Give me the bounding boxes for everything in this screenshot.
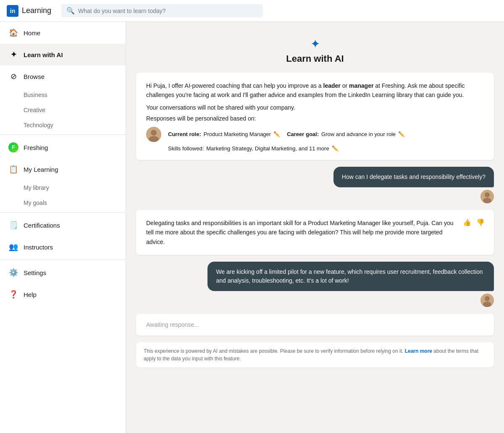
edit-current-role-icon[interactable]: ✏️ [273, 131, 280, 137]
privacy-text: Your conversations will not be shared wi… [146, 104, 484, 111]
sidebar-label-certifications: Certifications [24, 222, 60, 229]
sidebar-label-instructors: Instructors [24, 244, 53, 251]
sidebar-label-help: Help [24, 291, 37, 298]
browse-icon: ⊘ [8, 71, 18, 81]
ai-response-text-1: Delegating tasks and responsibilities is… [146, 218, 484, 247]
sidebar-divider-1 [0, 134, 126, 135]
current-role-label: Current role: [168, 131, 201, 137]
sidebar-divider-2 [0, 212, 126, 213]
help-icon: ❓ [8, 289, 18, 299]
awaiting-response-card: Awaiting response... [136, 314, 494, 336]
home-icon: 🏠 [8, 28, 18, 38]
page-header: ✦ Learn with AI [136, 32, 494, 66]
intro-paragraph: Hi Puja, I offer AI-powered coaching tha… [146, 81, 484, 100]
sidebar-item-my-learning[interactable]: 📋 My Learning [0, 158, 126, 180]
user-message-1: How can I delegate tasks and responsibil… [333, 167, 494, 187]
user-message-1-wrap: How can I delegate tasks and responsibil… [136, 167, 494, 203]
personalized-text: Responses will be personalized based on: [146, 115, 484, 122]
sidebar-item-home[interactable]: 🏠 Home [0, 22, 126, 44]
sidebar-item-learn-with-ai[interactable]: ✦ Learn with AI [0, 44, 126, 66]
book-icon: 📋 [8, 164, 18, 174]
sidebar-label-freshing: Freshing [24, 144, 48, 151]
user-avatar-2 [480, 294, 494, 307]
edit-skills-icon[interactable]: ✏️ [332, 145, 339, 152]
sidebar-item-freshing[interactable]: F Freshing [0, 136, 126, 158]
skills-value: Marketing Strategy, Digital Marketing, a… [206, 145, 329, 152]
sidebar-sub-my-goals[interactable]: My goals [0, 195, 126, 210]
search-icon: 🔍 [66, 7, 75, 15]
sidebar-sub-technology[interactable]: Technology [0, 118, 126, 133]
bold-manager: manager [349, 82, 373, 89]
sidebar-item-instructors[interactable]: 👥 Instructors [0, 236, 126, 258]
linkedin-logo: in [7, 5, 18, 17]
feedback-icons: 👍 👎 [462, 218, 486, 227]
edit-career-goal-icon[interactable]: ✏️ [398, 131, 405, 137]
sidebar-item-certifications[interactable]: 🗒️ Certifications [0, 214, 126, 236]
awaiting-text: Awaiting response... [146, 321, 199, 328]
sidebar-sub-creative[interactable]: Creative [0, 102, 126, 118]
sidebar-label-learn-with-ai: Learn with AI [24, 51, 63, 58]
svg-point-4 [485, 192, 490, 197]
star-icon: ✦ [8, 50, 18, 60]
bold-leader: leader [323, 82, 341, 89]
current-role-value: Product Marketing Manager [204, 131, 271, 137]
sidebar-label-settings: Settings [24, 269, 46, 276]
sidebar-sub-my-library[interactable]: My library [0, 180, 126, 195]
sidebar-divider-3 [0, 260, 126, 260]
freshing-icon: F [8, 142, 18, 152]
cert-icon: 🗒️ [8, 220, 18, 230]
sidebar-sub-business[interactable]: Business [0, 87, 126, 102]
intro-card: Hi Puja, I offer AI-powered coaching tha… [136, 73, 494, 160]
sidebar-item-help[interactable]: ❓ Help [0, 283, 126, 305]
svg-point-7 [485, 296, 490, 301]
thumbs-up-button[interactable]: 👍 [462, 218, 472, 227]
page-title: Learn with AI [136, 53, 494, 64]
gear-icon: ⚙️ [8, 268, 18, 278]
sidebar-item-settings[interactable]: ⚙️ Settings [0, 262, 126, 283]
sidebar-label-browse: Browse [24, 73, 45, 80]
skills-label: Skills followed: [168, 145, 204, 152]
sidebar-item-browse[interactable]: ⊘ Browse [0, 66, 126, 87]
skills-row: Skills followed: Marketing Strategy, Dig… [146, 145, 484, 152]
sidebar-label-my-learning: My Learning [24, 166, 58, 173]
career-goal-value: Grow and advance in your role [321, 131, 396, 137]
career-goal-label: Career goal: [287, 131, 319, 137]
ai-response-1: Delegating tasks and responsibilities is… [136, 210, 494, 255]
career-goal-pill: Career goal: Grow and advance in your ro… [287, 131, 405, 137]
user-message-2-wrap: We are kicking off a limited pilot for a… [136, 262, 494, 307]
disclaimer-text: This experience is powered by AI and mis… [144, 348, 405, 354]
user-avatar-1 [480, 190, 494, 203]
search-input[interactable] [78, 8, 258, 14]
search-bar[interactable]: 🔍 [61, 4, 263, 17]
sidebar: 🏠 Home ✦ Learn with AI ⊘ Browse Business… [0, 22, 126, 433]
current-role-pill: Current role: Product Marketing Manager … [168, 131, 280, 137]
user-message-2: We are kicking off a limited pilot for a… [207, 262, 494, 291]
ai-star-icon: ✦ [136, 37, 494, 51]
sidebar-label-home: Home [24, 29, 40, 37]
user-avatar-intro [146, 127, 161, 142]
app-header: in Learning 🔍 [0, 0, 504, 22]
learn-more-link[interactable]: Learn more [405, 348, 432, 354]
footer-disclaimer: This experience is powered by AI and mis… [136, 342, 494, 367]
profile-info-row: Current role: Product Marketing Manager … [146, 127, 484, 142]
svg-point-1 [151, 130, 157, 136]
people-icon: 👥 [8, 242, 18, 252]
main-content: ✦ Learn with AI Hi Puja, I offer AI-powe… [126, 22, 504, 433]
thumbs-down-button[interactable]: 👎 [475, 218, 486, 227]
app-name: Learning [22, 6, 51, 15]
logo-area: in Learning [7, 5, 51, 17]
